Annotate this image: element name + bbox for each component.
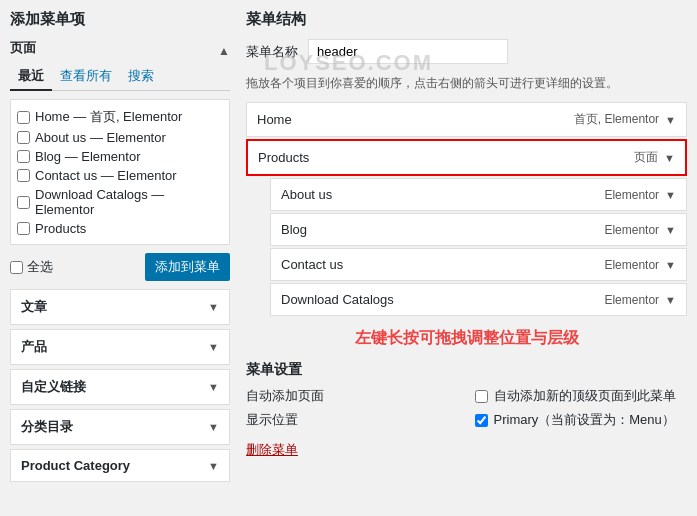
display-location-label: 显示位置 [246,411,298,429]
page-checkbox-1[interactable] [17,111,30,124]
menu-item-tag-download: Elementor [604,293,659,307]
page-checkbox-3[interactable] [17,150,30,163]
menu-item-tag-blog: Elementor [604,223,659,237]
accordion-custom-links: 自定义链接 ▼ [10,369,230,405]
accordion-products: 产品 ▼ [10,329,230,365]
accordion-header-custom-links[interactable]: 自定义链接 ▼ [11,370,229,404]
chevron-right-icon-blog[interactable]: ▼ [665,224,676,236]
tab-view-all[interactable]: 查看所有 [52,63,120,91]
chevron-down-icon: ▼ [208,301,219,313]
pages-label: 页面 [10,39,36,57]
menu-item-tag-contact: Elementor [604,258,659,272]
menu-item-label-about: About us [281,187,332,202]
chevron-right-icon-contact[interactable]: ▼ [665,259,676,271]
menu-item-right-home: 首页, Elementor ▼ [574,111,676,128]
accordion-header-products[interactable]: 产品 ▼ [11,330,229,364]
page-label-3: Blog — Elementor [35,149,141,164]
menu-item-label-home: Home [257,112,292,127]
chevron-down-icon: ▼ [208,460,219,472]
page-label-1: Home — 首页, Elementor [35,108,182,126]
auto-add-pages-checkbox[interactable] [475,390,488,403]
primary-checkbox[interactable] [475,414,488,427]
pages-section: 页面 ▲ 最近 查看所有 搜索 Home — 首页, Elementor Abo… [10,39,230,281]
tab-recent[interactable]: 最近 [10,63,52,91]
list-item[interactable]: Contact us — Elementor [17,166,223,185]
page-checkbox-5[interactable] [17,196,30,209]
menu-name-input[interactable] [308,39,508,64]
menu-item-label-contact: Contact us [281,257,343,272]
menu-item-label-blog: Blog [281,222,307,237]
list-item[interactable]: Blog — Elementor [17,147,223,166]
menu-name-label: 菜单名称 [246,43,298,61]
page-checkbox-2[interactable] [17,131,30,144]
list-item[interactable]: Home — 首页, Elementor [17,106,223,128]
menu-item-tag-home: 首页, Elementor [574,111,659,128]
page-label-6: Products [35,221,86,236]
scroll-up-arrow: ▲ [218,44,230,58]
accordions: 文章 ▼ 产品 ▼ 自定义链接 ▼ 分类目录 ▼ [10,289,230,482]
menu-item-contact: Contact us Elementor ▼ [270,248,687,281]
display-location-row: 显示位置 [246,411,459,429]
instruction-text: 拖放各个项目到你喜爱的顺序，点击右侧的箭头可进行更详细的设置。 [246,74,687,92]
tabs-row: 最近 查看所有 搜索 [10,63,230,91]
tab-search[interactable]: 搜索 [120,63,162,91]
menu-item-right-blog: Elementor ▼ [604,223,676,237]
bottom-row: 全选 添加到菜单 [10,253,230,281]
menu-settings-title: 菜单设置 [246,361,687,379]
menu-item-blog: Blog Elementor ▼ [270,213,687,246]
chevron-right-icon-products[interactable]: ▼ [664,152,675,164]
menu-item-right-about: Elementor ▼ [604,188,676,202]
chevron-down-icon: ▼ [208,421,219,433]
select-all-label[interactable]: 全选 [10,258,53,276]
list-item[interactable]: Products [17,219,223,238]
page-checkbox-6[interactable] [17,222,30,235]
accordion-header-articles[interactable]: 文章 ▼ [11,290,229,324]
chevron-right-icon-home[interactable]: ▼ [665,114,676,126]
list-item[interactable]: Download Catalogs — Elementor [17,185,223,219]
primary-row: Primary（当前设置为：Menu） [475,411,688,429]
page-label-4: Contact us — Elementor [35,168,177,183]
select-all-checkbox[interactable] [10,261,23,274]
menu-item-right-download: Elementor ▼ [604,293,676,307]
left-panel-title: 添加菜单项 [10,10,230,29]
menu-item-label-download: Download Catalogs [281,292,394,307]
chevron-down-icon: ▼ [208,341,219,353]
menu-items-list: Home 首页, Elementor ▼ Products 页面 ▼ About… [246,102,687,316]
menu-item-label-products: Products [258,150,309,165]
menu-item-tag-about: Elementor [604,188,659,202]
chevron-right-icon-about[interactable]: ▼ [665,189,676,201]
accordion-header-product-category[interactable]: Product Category ▼ [11,450,229,481]
menu-item-download: Download Catalogs Elementor ▼ [270,283,687,316]
menu-item-home: Home 首页, Elementor ▼ [246,102,687,137]
menu-name-row: 菜单名称 [246,39,687,64]
drag-hint: 左键长按可拖拽调整位置与层级 [246,328,687,349]
accordion-product-category: Product Category ▼ [10,449,230,482]
accordion-categories: 分类目录 ▼ [10,409,230,445]
menu-item-products: Products 页面 ▼ [246,139,687,176]
primary-label: Primary（当前设置为：Menu） [494,411,675,429]
page-label-2: About us — Elementor [35,130,166,145]
settings-grid: 自动添加页面 自动添加新的顶级页面到此菜单 显示位置 Primary（当前设置为… [246,387,687,429]
chevron-right-icon-download[interactable]: ▼ [665,294,676,306]
auto-add-pages-row: 自动添加页面 [246,387,459,405]
auto-add-pages-right-row: 自动添加新的顶级页面到此菜单 [475,387,688,405]
delete-menu-link[interactable]: 删除菜单 [246,441,687,459]
left-panel: 添加菜单项 页面 ▲ 最近 查看所有 搜索 Home — 首页, Element… [10,10,230,506]
menu-item-right-contact: Elementor ▼ [604,258,676,272]
menu-item-right-products: 页面 ▼ [634,149,675,166]
accordion-articles: 文章 ▼ [10,289,230,325]
list-item[interactable]: About us — Elementor [17,128,223,147]
page-checkbox-4[interactable] [17,169,30,182]
menu-item-tag-products: 页面 [634,149,658,166]
add-to-menu-button[interactable]: 添加到菜单 [145,253,230,281]
menu-item-about: About us Elementor ▼ [270,178,687,211]
auto-add-pages-label: 自动添加页面 [246,387,324,405]
page-label-5: Download Catalogs — Elementor [35,187,223,217]
right-panel: 菜单结构 菜单名称 拖放各个项目到你喜爱的顺序，点击右侧的箭头可进行更详细的设置… [246,10,687,506]
right-section-title: 菜单结构 [246,10,687,29]
pages-checkbox-list: Home — 首页, Elementor About us — Elemento… [10,99,230,245]
auto-add-pages-right-label: 自动添加新的顶级页面到此菜单 [494,387,676,405]
chevron-down-icon: ▼ [208,381,219,393]
accordion-header-categories[interactable]: 分类目录 ▼ [11,410,229,444]
